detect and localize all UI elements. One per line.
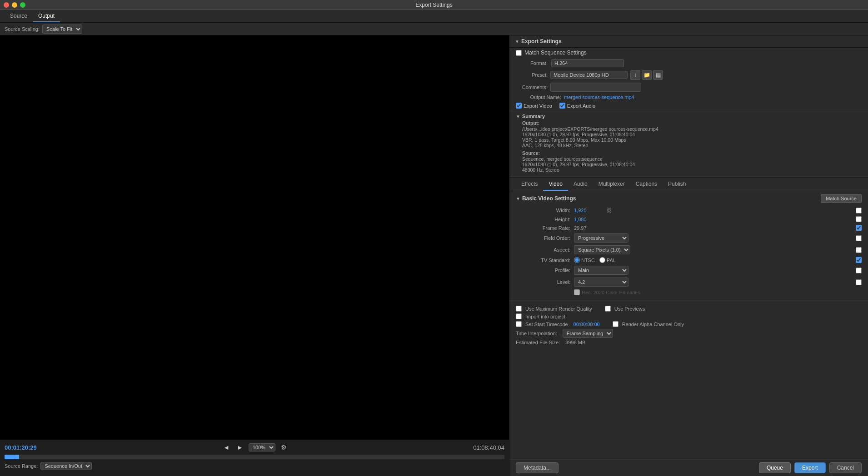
close-button[interactable] xyxy=(4,2,9,8)
tab-source[interactable]: Source xyxy=(5,11,33,22)
panel-tabs: Effects Video Audio Multiplexer Captions… xyxy=(509,178,868,191)
window-title: Export Settings xyxy=(415,2,452,8)
source-range-select[interactable]: Sequence In/Out xyxy=(40,462,92,470)
width-row: Width: 1,920 ⛓ xyxy=(516,206,862,215)
start-timecode-checkbox[interactable] xyxy=(516,321,522,327)
comments-input[interactable] xyxy=(550,83,641,92)
tab-effects[interactable]: Effects xyxy=(516,178,543,191)
pal-option[interactable]: PAL xyxy=(599,257,616,263)
match-sequence-checkbox[interactable] xyxy=(516,50,522,56)
level-select[interactable]: 4.2 xyxy=(574,278,629,287)
export-audio-checkbox[interactable] xyxy=(559,103,565,109)
queue-button[interactable]: Queue xyxy=(759,462,791,473)
use-previews-checkbox[interactable] xyxy=(605,306,611,312)
aspect-select[interactable]: Square Pixels (1.0) xyxy=(574,245,630,254)
width-checkbox[interactable] xyxy=(856,208,862,213)
height-label: Height: xyxy=(516,217,570,222)
max-render-quality-checkbox[interactable] xyxy=(516,306,522,312)
scaling-select[interactable]: Scale To Fit xyxy=(42,25,82,34)
play-button[interactable]: ► xyxy=(235,443,245,452)
ntsc-radio[interactable] xyxy=(574,257,580,263)
profile-checkbox[interactable] xyxy=(856,268,862,273)
time-interpolation-select[interactable]: Frame Sampling xyxy=(563,329,613,338)
frame-rate-label: Frame Rate: xyxy=(516,225,570,231)
basic-video-header: ▼ Basic Video Settings Match Source xyxy=(509,191,868,206)
window-controls[interactable] xyxy=(4,2,25,8)
render-alpha-label: Render Alpha Channel Only xyxy=(622,322,684,327)
match-source-button[interactable]: Match Source xyxy=(821,194,862,203)
zoom-select[interactable]: 100% xyxy=(249,443,275,451)
height-value[interactable]: 1,080 xyxy=(574,217,601,222)
export-settings-header: ▼ Export Settings xyxy=(509,35,868,48)
export-video-checkbox[interactable] xyxy=(516,103,522,109)
preview-controls: 00:01:20:29 ◄ ► 100% ⚙ 01:08:40:04 xyxy=(0,440,509,476)
tab-captions[interactable]: Captions xyxy=(630,178,663,191)
frame-rate-checkbox[interactable] xyxy=(856,225,862,231)
level-checkbox[interactable] xyxy=(856,279,862,285)
export-button[interactable]: Export xyxy=(794,462,826,473)
preset-select[interactable]: Mobile Device 1080p HD xyxy=(550,71,628,79)
frame-rate-row: Frame Rate: 29.97 xyxy=(516,223,862,232)
match-sequence-row: Match Sequence Settings xyxy=(509,48,868,58)
tv-standard-checkbox[interactable] xyxy=(856,257,862,263)
render-alpha-checkbox[interactable] xyxy=(613,321,619,327)
rec2020-row: Rec. 2020 Color Primaries xyxy=(516,288,862,297)
ntsc-option[interactable]: NTSC xyxy=(574,257,595,263)
settings-preset-button[interactable]: ▤ xyxy=(653,70,663,80)
field-order-select[interactable]: Progressive xyxy=(574,233,629,243)
basic-video-title: ▼ Basic Video Settings xyxy=(516,195,576,202)
cancel-button[interactable]: Cancel xyxy=(829,462,862,473)
import-project-checkbox[interactable] xyxy=(516,313,522,319)
export-video-item: Export Video xyxy=(516,103,552,109)
summary-header: ▼ Summary xyxy=(516,114,862,119)
title-bar: Export Settings xyxy=(0,0,868,10)
basic-video-chevron: ▼ xyxy=(516,196,520,201)
import-project-row: Import into project xyxy=(516,312,862,320)
tab-multiplexer[interactable]: Multiplexer xyxy=(593,178,630,191)
rec2020-checkbox xyxy=(574,289,580,295)
format-label: Format: xyxy=(516,60,548,66)
summary-output-line3: VBR, 1 pass, Target 8.00 Mbps, Max 10.00… xyxy=(522,137,862,143)
height-checkbox[interactable] xyxy=(856,216,862,222)
timeline-fill xyxy=(5,455,15,459)
divider-2 xyxy=(509,176,868,177)
timeline-handle[interactable] xyxy=(15,455,19,459)
aspect-checkbox[interactable] xyxy=(856,247,862,253)
minimize-button[interactable] xyxy=(12,2,17,8)
aspect-row: Aspect: Square Pixels (1.0) xyxy=(516,244,862,256)
file-size-row: Estimated File Size: 3996 MB xyxy=(516,339,862,346)
profile-label: Profile: xyxy=(516,268,570,273)
max-render-quality-label: Use Maximum Render Quality xyxy=(525,306,592,312)
match-sequence-label: Match Sequence Settings xyxy=(524,50,587,56)
zoom-control: 100% xyxy=(249,443,275,451)
timeline-scrubber[interactable] xyxy=(5,455,504,459)
format-select[interactable]: H.264 xyxy=(551,59,624,67)
video-settings-grid: Width: 1,920 ⛓ Height: 1,080 Frame Rate:… xyxy=(509,206,868,297)
import-preset-button[interactable]: 📁 xyxy=(642,70,652,80)
main-tab-bar: Source Output xyxy=(0,10,868,23)
summary-source-line1: Sequence, merged sources:sequence xyxy=(522,156,862,162)
width-value[interactable]: 1,920 xyxy=(574,208,601,213)
export-checks-row: Export Video Export Audio xyxy=(509,101,868,110)
summary-chevron: ▼ xyxy=(516,114,520,119)
tab-publish[interactable]: Publish xyxy=(663,178,691,191)
step-back-button[interactable]: ◄ xyxy=(221,443,231,452)
save-preset-button[interactable]: ↓ xyxy=(630,70,640,80)
metadata-button[interactable]: Metadata... xyxy=(516,462,559,473)
level-label: Level: xyxy=(516,279,570,285)
comments-label: Comments: xyxy=(516,84,548,90)
tab-output[interactable]: Output xyxy=(33,11,60,22)
source-range-bar: Source Range: Sequence In/Out xyxy=(0,461,509,471)
tv-standard-options: NTSC PAL xyxy=(574,257,616,263)
maximize-button[interactable] xyxy=(20,2,25,8)
profile-select[interactable]: Main xyxy=(574,266,629,275)
output-name-link[interactable]: merged sources-sequence.mp4 xyxy=(564,94,634,100)
field-order-checkbox[interactable] xyxy=(856,235,862,241)
field-order-row: Field Order: Progressive xyxy=(516,232,862,244)
tab-video[interactable]: Video xyxy=(543,178,568,191)
summary-source-label: Source: xyxy=(522,150,540,156)
tab-audio[interactable]: Audio xyxy=(568,178,593,191)
summary-output-label: Output: xyxy=(522,120,539,126)
pal-radio[interactable] xyxy=(599,257,605,263)
settings-icon[interactable]: ⚙ xyxy=(279,443,289,452)
